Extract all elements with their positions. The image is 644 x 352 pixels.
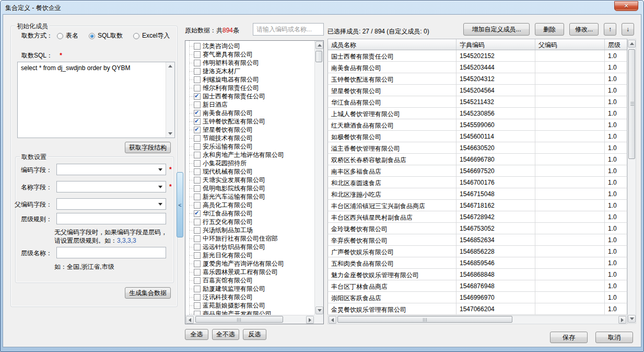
search-input[interactable]: 请输入编码或名称... <box>253 23 324 36</box>
save-button[interactable]: 保存 <box>550 332 588 343</box>
tree-hscrollbar[interactable] <box>185 315 314 324</box>
checkbox-icon[interactable] <box>194 168 201 175</box>
level-rule-input[interactable] <box>56 213 166 224</box>
checkbox-icon[interactable] <box>194 76 201 83</box>
checkbox-icon[interactable] <box>194 51 201 58</box>
table-row[interactable]: 丰台区西兴镇星民村副食品店15467289421.0 <box>327 211 627 223</box>
column-header[interactable]: 字典编码 <box>456 39 535 50</box>
checkbox-checked-icon[interactable] <box>194 93 201 100</box>
checkbox-icon[interactable] <box>194 294 201 301</box>
sql-scrollbar[interactable] <box>166 62 174 138</box>
fetch-method-radio[interactable]: 表名 <box>57 31 78 40</box>
table-row[interactable]: 崇阳区客跃食品店15469969701.0 <box>327 292 627 303</box>
checkbox-icon[interactable] <box>194 43 201 50</box>
tree-item[interactable]: 天塘实业发展有限公司 <box>185 176 314 184</box>
source-tree-list[interactable]: 沈奥咨询公司赛气磨具有限公司伟明塑料装有限公司捷洛克木材厂利螺旋电器有限公司维尔… <box>185 40 324 324</box>
checkbox-icon[interactable] <box>194 252 201 259</box>
table-row[interactable]: 双桥区长春桥容敏副食品店15466967801.0 <box>327 154 627 165</box>
tree-item[interactable]: 行五交化有限公司 <box>185 218 314 226</box>
cancel-button[interactable]: 取消 <box>595 332 633 343</box>
table-row[interactable]: 和北区泰圆速食店15467001761.0 <box>327 177 627 188</box>
table-row[interactable]: 上城人餐饮管理有限公司15452308561.0 <box>327 108 627 119</box>
tree-item[interactable]: 永和房地产土地评估有限公司 <box>185 151 314 159</box>
parent-field-combo[interactable] <box>56 198 166 210</box>
table-row[interactable]: 国士西餐有限责任公司15452021521.0 <box>327 50 627 62</box>
modify-member-button[interactable]: 修改... <box>569 23 599 36</box>
table-row[interactable]: 和北区涨蹦小吃店15467150481.0 <box>327 188 627 200</box>
tree-item[interactable]: 侃明电影院线有限公司 <box>185 184 314 192</box>
checkbox-checked-icon[interactable] <box>194 110 201 117</box>
checkbox-icon[interactable] <box>194 260 201 267</box>
scroll-up-button[interactable] <box>628 40 636 48</box>
table-row[interactable]: 金炅餐饮娱乐管理有限公司15470662041.0 <box>327 303 627 315</box>
scroll-right-button[interactable] <box>306 316 314 324</box>
tree-item[interactable]: 现代机械有限公司 <box>185 167 314 176</box>
scroll-left-button[interactable] <box>329 316 336 324</box>
tree-item[interactable]: 远远针纺织品有限公司 <box>185 243 314 251</box>
checkbox-checked-icon[interactable] <box>194 210 201 217</box>
tree-item[interactable]: 沈奥咨询公司 <box>185 42 314 50</box>
checkbox-icon[interactable] <box>194 202 201 209</box>
tree-item[interactable]: 商品房地产开发有限公司 <box>185 310 314 315</box>
table-row[interactable]: 望星餐饮有限公司15452045641.0 <box>327 85 627 96</box>
tree-item[interactable]: 安乐运输有限公司 <box>185 142 314 151</box>
tree-item[interactable]: 厦爱房地产咨询评估有限公司 <box>185 259 314 268</box>
checkbox-checked-icon[interactable] <box>194 127 201 133</box>
tree-item[interactable]: 伟明塑料装有限公司 <box>185 59 314 67</box>
tree-item[interactable]: 嘉乐园林景观工程有限公司 <box>185 268 314 276</box>
tree-item[interactable]: 新日酒店 <box>185 100 314 109</box>
tree-item[interactable]: 中环旅行社有限公司住宿部 <box>185 234 314 243</box>
checkbox-icon[interactable] <box>194 60 201 66</box>
checkbox-icon[interactable] <box>194 277 201 284</box>
sql-textarea[interactable]: select * from dj_swdjnb order by QYBM <box>17 62 175 138</box>
tree-item[interactable]: 利螺旋电器有限公司 <box>185 75 314 84</box>
table-row[interactable]: 辛弃疾餐饮有限公司15468526341.0 <box>327 234 627 246</box>
checkbox-icon[interactable] <box>194 235 201 242</box>
checkbox-icon[interactable] <box>194 269 201 276</box>
tree-item[interactable]: 捷洛克木材厂 <box>185 67 314 75</box>
checkbox-icon[interactable] <box>194 185 201 192</box>
table-row[interactable]: 南美食品有限公司15452034441.0 <box>327 62 627 73</box>
checkbox-icon[interactable] <box>194 85 201 92</box>
tree-item[interactable]: 赛气磨具有限公司 <box>185 50 314 59</box>
table-hscrollbar[interactable] <box>327 315 627 324</box>
checkbox-icon[interactable] <box>194 244 201 251</box>
scroll-left-button[interactable] <box>186 316 194 324</box>
tree-item[interactable]: 新光汽车运输有限公司 <box>185 192 314 201</box>
checkbox-icon[interactable] <box>194 227 201 234</box>
checkbox-icon[interactable] <box>194 311 201 315</box>
tree-item[interactable]: 新光日化有限公司 <box>185 251 314 259</box>
tree-item[interactable]: 高员化工有限公司 <box>185 201 314 209</box>
checkbox-icon[interactable] <box>194 101 201 108</box>
table-row[interactable]: 魅力金座餐饮娱乐管理有限公司15468688481.0 <box>327 269 627 280</box>
tree-vscroll-thumb[interactable] <box>315 51 322 62</box>
tree-item[interactable]: 国士西餐有限责任公司 <box>185 92 314 100</box>
tree-item[interactable]: 百嘉宾馆有限公司 <box>185 276 314 285</box>
tree-item[interactable]: 励厦建筑监理有限公司 <box>185 285 314 293</box>
checkbox-icon[interactable] <box>194 177 201 184</box>
checkbox-icon[interactable] <box>194 194 201 200</box>
tree-item[interactable]: 小集花园招待所 <box>185 159 314 167</box>
tree-vscrollbar[interactable] <box>314 41 323 315</box>
table-row[interactable]: 广声餐饮娱乐有限公司15468562281.0 <box>327 246 627 257</box>
close-button[interactable]: ✕ <box>614 1 638 11</box>
checkbox-icon[interactable] <box>194 143 201 150</box>
select-none-button[interactable]: 全不选 <box>212 329 239 340</box>
tree-item[interactable]: 泛讯科技有限公司 <box>185 293 314 301</box>
table-row[interactable]: 红天糖酒食品有限公司15455990601.0 <box>327 119 627 131</box>
table-row[interactable]: 如极餐饮有限公司15456001141.0 <box>327 131 627 142</box>
table-row[interactable]: 玉钟餐饮配送有限公司15452043121.0 <box>327 73 627 85</box>
tree-item[interactable]: 兴汤纸制品加工场 <box>185 226 314 234</box>
tree-item[interactable]: 蓝苑新娘摄影有限公司 <box>185 301 314 310</box>
tree-item[interactable]: 南美食品有限公司 <box>185 109 314 117</box>
tree-item[interactable]: 望星餐饮有限公司 <box>185 126 314 134</box>
scroll-down-button[interactable] <box>315 306 323 314</box>
table-row[interactable]: 南丰区多福食品店15466975201.0 <box>327 165 627 177</box>
name-field-combo[interactable] <box>56 181 166 192</box>
table-row[interactable]: 丰台区丁林食品商店15468769481.0 <box>327 280 627 292</box>
table-vscrollbar[interactable] <box>627 39 636 324</box>
column-header[interactable]: 父编码 <box>535 39 605 50</box>
checkbox-icon[interactable] <box>194 286 201 292</box>
tree-item[interactable]: 节能技术有限公司 <box>185 134 314 142</box>
scroll-right-button[interactable] <box>618 316 626 324</box>
